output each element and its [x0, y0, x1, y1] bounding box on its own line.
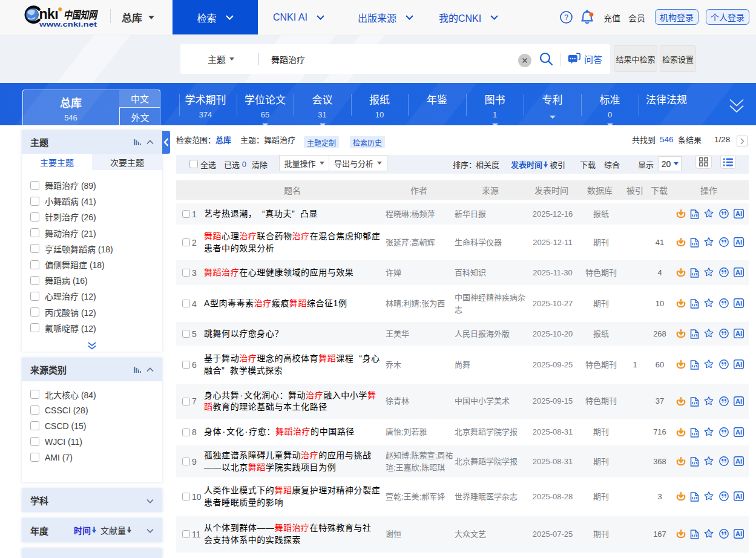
- svg-text:AI: AI: [735, 428, 742, 436]
- svg-text:AI: AI: [735, 361, 742, 368]
- svg-text:nkı: nkı: [39, 6, 59, 22]
- svg-text:www.cnki.net: www.cnki.net: [39, 21, 97, 28]
- svg-text:AI: AI: [735, 458, 742, 465]
- svg-text:AI: AI: [735, 210, 742, 217]
- svg-text:AI: AI: [735, 398, 742, 405]
- svg-text:AI: AI: [735, 530, 742, 537]
- svg-text:AI: AI: [735, 238, 742, 246]
- svg-text:AI: AI: [735, 493, 742, 500]
- svg-text:AI: AI: [735, 330, 742, 337]
- svg-text:AI: AI: [735, 269, 742, 276]
- svg-text:中国知网: 中国知网: [64, 9, 98, 21]
- svg-text:AI: AI: [735, 300, 742, 307]
- svg-text:?: ?: [564, 13, 568, 22]
